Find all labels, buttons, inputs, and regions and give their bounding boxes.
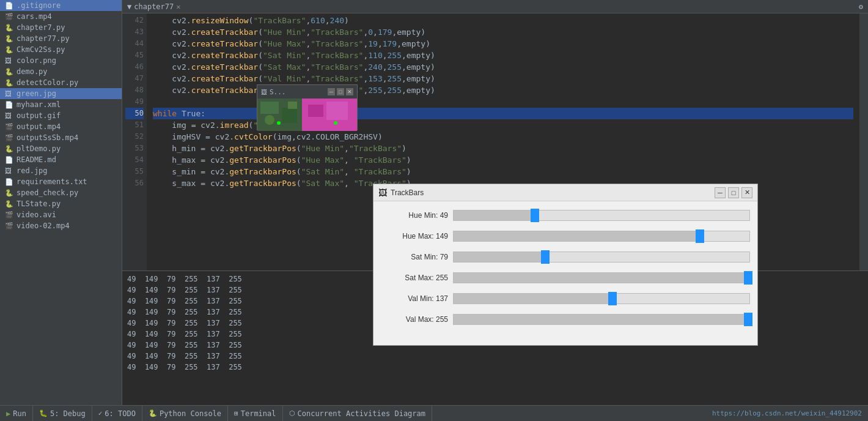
video-icon: 🎬 (5, 13, 13, 21)
vertical-scrollbar[interactable] (859, 13, 868, 270)
sidebar-item-pltdemo[interactable]: 🐍 pltDemo.py (0, 143, 122, 154)
python-icon: 🐍 (5, 35, 13, 43)
sat-max-trackbar-row: Sat Max: 255 (381, 269, 750, 287)
todo-status-item[interactable]: ✓ 6: TODO (92, 406, 142, 421)
concurrent-status-item[interactable]: ⬡ Concurrent Activities Diagram (283, 406, 433, 421)
folder-expand-icon[interactable]: ▼ (127, 2, 131, 11)
python-icon: 🐍 (5, 24, 13, 32)
sidebar-item-video[interactable]: 🎬 video.avi (0, 209, 122, 220)
sidebar-item-gitignore[interactable]: 📄 .gitignore (0, 0, 122, 11)
sidebar-label: outputSsSb.mp4 (17, 133, 78, 142)
trackbars-maximize-button[interactable]: □ (728, 187, 739, 198)
preview-image-left (257, 99, 302, 131)
sidebar-item-green[interactable]: 🖼 green.jpg (0, 88, 122, 99)
debug-status-item[interactable]: 🐛 5: Debug (33, 406, 92, 421)
sidebar-item-tlstate[interactable]: 🐍 TLState.py (0, 198, 122, 209)
val-min-label: Val Min: 137 (381, 294, 448, 303)
close-folder-icon[interactable]: ✕ (176, 2, 180, 11)
main-area: 📄 .gitignore 🎬 cars.mp4 🐍 chapter7.py 🐍 … (0, 0, 868, 405)
sat-min-thumb[interactable] (541, 250, 550, 264)
sidebar-label: color.png (17, 56, 56, 65)
hue-max-fill (454, 231, 700, 241)
hue-min-thumb[interactable] (531, 209, 539, 222)
small-window-maximize-button[interactable]: □ (337, 88, 344, 95)
sidebar-label: demo.py (17, 67, 48, 76)
python-icon: 🐍 (149, 409, 157, 417)
sidebar-item-chapter7[interactable]: 🐍 chapter7.py (0, 22, 122, 33)
concurrent-icon: ⬡ (289, 409, 295, 417)
sidebar-item-speedcheck[interactable]: 🐍 speed_check.py (0, 187, 122, 198)
sidebar-label: pltDemo.py (17, 144, 61, 153)
small-window-icon: 🖼 (261, 89, 267, 95)
sidebar-item-detectcolor[interactable]: 🐍 detectColor.py (0, 77, 122, 88)
sidebar-item-demo[interactable]: 🐍 demo.py (0, 66, 122, 77)
sidebar-label: output.mp4 (17, 122, 61, 131)
sidebar-item-red[interactable]: 🖼 red.jpg (0, 165, 122, 176)
sidebar-label: detectColor.py (17, 78, 78, 87)
sat-max-fill (454, 273, 748, 283)
val-max-trackbar-row: Val Max: 255 (381, 310, 750, 329)
settings-icon[interactable]: ⚙ (859, 2, 863, 11)
val-max-thumb[interactable] (744, 313, 752, 326)
trackbars-close-button[interactable]: ✕ (741, 187, 752, 198)
sidebar-item-outputsssb[interactable]: 🎬 outputSsSb.mp4 (0, 132, 122, 143)
sat-min-trackbar-row: Sat Min: 79 (381, 248, 750, 266)
video-icon: 🎬 (5, 123, 13, 131)
hue-max-track[interactable] (453, 231, 750, 242)
pink-image-svg (302, 99, 357, 131)
preview-image-right (302, 99, 357, 131)
sidebar-item-chapter77[interactable]: 🐍 chapter77.py (0, 33, 122, 44)
sidebar-item-requirements[interactable]: 📄 requirements.txt (0, 176, 122, 187)
run-status-item[interactable]: ▶ Run (0, 406, 33, 421)
sidebar-item-myhaar[interactable]: 📄 myhaar.xml (0, 99, 122, 110)
small-window-minimize-button[interactable]: ─ (328, 88, 335, 95)
run-label: Run (13, 409, 26, 418)
concurrent-label: Concurrent Activities Diagram (298, 409, 426, 418)
sidebar-item-readme[interactable]: 📄 README.md (0, 154, 122, 165)
val-min-trackbar-row: Val Min: 137 (381, 289, 750, 308)
image-icon: 🖼 (5, 57, 13, 65)
sidebar-label: chapter77.py (17, 34, 70, 43)
sidebar-label: chapter7.py (17, 23, 65, 32)
folder-name[interactable]: chapter77 (134, 2, 174, 11)
sidebar-item-output-gif[interactable]: 🖼 output.gif (0, 110, 122, 121)
svg-point-3 (265, 115, 274, 125)
terminal-status-item[interactable]: ⊞ Terminal (228, 406, 282, 421)
file-icon: 📄 (5, 178, 13, 186)
val-max-track[interactable] (453, 314, 750, 325)
image-icon: 🖼 (5, 167, 13, 175)
sidebar-item-output-mp4[interactable]: 🎬 output.mp4 (0, 121, 122, 132)
val-min-thumb[interactable] (608, 292, 617, 305)
hue-min-trackbar-row: Hue Min: 49 (381, 206, 750, 225)
sidebar-item-color[interactable]: 🖼 color.png (0, 55, 122, 66)
small-window-title-text: S... (270, 88, 286, 96)
sidebar-item-video02[interactable]: 🎬 video-02.mp4 (0, 220, 122, 231)
python-icon: 🐍 (5, 68, 13, 76)
sat-max-track[interactable] (453, 272, 750, 283)
sidebar-label: .gitignore (17, 1, 61, 10)
sat-max-thumb[interactable] (744, 271, 752, 285)
trackbars-title-bar: 🖼 TrackBars ─ □ ✕ (373, 184, 757, 201)
small-window-close-button[interactable]: ✕ (346, 88, 353, 95)
trackbars-window-buttons: ─ □ ✕ (715, 187, 752, 198)
svg-rect-1 (260, 102, 279, 114)
small-window-content (257, 99, 357, 130)
sidebar-item-cars[interactable]: 🎬 cars.mp4 (0, 11, 122, 22)
sidebar-item-ckmcv2ss[interactable]: 🐍 CkmCv2Ss.py (0, 44, 122, 55)
val-min-track[interactable] (453, 293, 750, 304)
sat-min-track[interactable] (453, 251, 750, 263)
todo-icon: ✓ (98, 409, 103, 417)
trackbars-minimize-button[interactable]: ─ (715, 187, 726, 198)
file-icon: 📄 (5, 156, 13, 164)
video-icon: 🎬 (5, 211, 13, 219)
hue-min-track[interactable] (453, 210, 750, 221)
url-display: https://blog.csdn.net/weixin_44912902 (712, 409, 868, 417)
image-icon: 🖼 (5, 90, 13, 98)
sidebar-label: video-02.mp4 (17, 222, 70, 230)
sidebar-label: green.jpg (17, 89, 56, 98)
val-max-fill (454, 315, 748, 324)
console-line: 49 149 79 255 137 255 (127, 351, 863, 362)
python-console-status-item[interactable]: 🐍 Python Console (142, 406, 228, 421)
hue-max-thumb[interactable] (696, 229, 704, 243)
trackbars-app-icon: 🖼 (378, 188, 387, 198)
